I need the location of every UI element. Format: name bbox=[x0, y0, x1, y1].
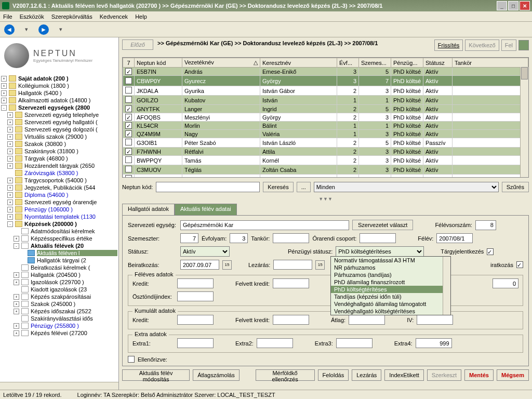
dropdown-option[interactable]: PhD államilag finanszírozott bbox=[331, 278, 450, 286]
dropdown-option[interactable]: NR párhuzamos bbox=[331, 264, 450, 271]
status-select[interactable]: Aktív bbox=[180, 246, 230, 257]
tree-item[interactable]: +Képzés időszakai (2522 bbox=[0, 308, 118, 315]
btn-5[interactable]: IndexEtikett bbox=[384, 369, 423, 381]
osztondij-field[interactable] bbox=[177, 291, 214, 301]
tree-item[interactable]: Hallgatók tárgyai (2 bbox=[0, 257, 118, 264]
tree-item[interactable]: +Kollégiumok (1800 ) bbox=[0, 82, 118, 89]
table-row[interactable]: ✓CBWP0YGyureczGyörgy37PhD költséAktív bbox=[123, 76, 528, 86]
btn-2[interactable]: Mérföldkő ellenőrzés bbox=[256, 369, 315, 381]
org-field[interactable] bbox=[180, 220, 349, 230]
grid-vscroll[interactable] bbox=[520, 67, 528, 177]
tree-item[interactable]: Szakirányválasztási idős bbox=[0, 315, 118, 322]
forward-dropdown-icon[interactable]: ▾ bbox=[59, 26, 62, 33]
felev-field[interactable] bbox=[436, 233, 473, 243]
dropdown-option[interactable]: Normatív támogatással A3 HTM bbox=[331, 257, 450, 264]
extra4-field[interactable] bbox=[416, 338, 452, 348]
tree-item[interactable]: +Szakok (245000 ) bbox=[0, 300, 118, 308]
tree-item[interactable]: +Alkalmazotti adatok (14800 ) bbox=[0, 97, 118, 104]
next-button[interactable]: Következő bbox=[465, 39, 499, 51]
tree-item[interactable]: +Képzés félévei (27200 bbox=[0, 329, 118, 337]
tree-item[interactable]: +Szervezeti egység telephelye bbox=[0, 111, 118, 118]
ellen-checkbox[interactable] bbox=[128, 356, 135, 363]
maximize-button[interactable]: □ bbox=[508, 1, 518, 10]
minimize-button[interactable]: _ bbox=[497, 1, 507, 10]
tree-item[interactable]: +Pénzügy (106000 ) bbox=[0, 206, 118, 213]
refresh-icon[interactable] bbox=[518, 40, 529, 50]
tree-item[interactable]: +Szervezeti egység dolgozói ( bbox=[0, 126, 118, 133]
tree-item[interactable]: +Tárgycsoportok (54000 ) bbox=[0, 177, 118, 184]
filter-all-select[interactable]: Minden bbox=[314, 182, 499, 192]
tree-item[interactable]: +Szervezeti egység hallgatói ( bbox=[0, 118, 118, 126]
up-button[interactable]: Fel bbox=[501, 39, 516, 51]
table-row[interactable]: ✓QZ4M9MNagyValéria13PhD költséAktív bbox=[123, 130, 528, 138]
tree-item[interactable]: Aktuális féléven l bbox=[0, 249, 118, 257]
tree-item[interactable]: -Képzések (200000 ) bbox=[0, 220, 118, 228]
extra1-field[interactable] bbox=[177, 338, 214, 348]
table-row[interactable]: ✓E5B7INAndrásEmese-Enikő35PhD költséAktí… bbox=[123, 68, 528, 76]
refresh-button[interactable]: Frissítés bbox=[434, 39, 463, 51]
btn-0[interactable]: Aktuális félév módosítás bbox=[122, 369, 190, 381]
back-dropdown-icon[interactable]: ▾ bbox=[25, 26, 28, 33]
felvett-field[interactable] bbox=[273, 278, 309, 288]
iratk-checkbox[interactable]: ✓ bbox=[516, 261, 523, 268]
orarend-field[interactable] bbox=[360, 233, 396, 243]
fin-status-select[interactable]: PhD költségtérítéses bbox=[336, 246, 424, 257]
tree-item[interactable]: +Hallgatók (204500 ) bbox=[0, 271, 118, 278]
tree-item[interactable]: +Szervezeti egység órarendje bbox=[0, 198, 118, 206]
year-field[interactable] bbox=[230, 233, 248, 243]
kumul-felvett-field[interactable] bbox=[273, 315, 309, 325]
tree-item[interactable]: +Képzésspecifikus értéke bbox=[0, 235, 118, 242]
search-input[interactable] bbox=[156, 182, 260, 192]
tree-item[interactable]: +Hallgatók (5400 ) bbox=[0, 89, 118, 97]
table-row[interactable]: ✓KL54CRMorlinBálint11PhD költséAktív bbox=[123, 122, 528, 130]
tree-item[interactable]: +Tárgyak (46800 ) bbox=[0, 155, 118, 162]
tree-item[interactable]: +Szakirányok (31800 ) bbox=[0, 148, 118, 155]
tree-item[interactable]: +Diploma (54600 ) bbox=[0, 191, 118, 198]
btn-7[interactable]: Mentés bbox=[464, 369, 494, 381]
table-row[interactable]: GOILZOKubatovIstván11PhD költséAktív bbox=[123, 96, 528, 105]
dropdown-option[interactable]: PhD költségtérítéses bbox=[331, 286, 450, 293]
tree-item[interactable]: +Saját adatok (200 ) bbox=[0, 75, 118, 82]
tree-item[interactable]: -Aktuális félévek (20 bbox=[0, 242, 118, 249]
menu-file[interactable]: File bbox=[3, 14, 12, 20]
fin-status-dropdown[interactable]: Normatív támogatással A3 HTMNR párhuzamo… bbox=[330, 256, 451, 315]
btn-8[interactable]: Mégsem bbox=[497, 369, 529, 381]
kredit-field[interactable] bbox=[177, 278, 214, 288]
tree-item[interactable]: Kiadott igazolások (23 bbox=[0, 286, 118, 293]
btn-1[interactable]: Átlagszámolás bbox=[193, 369, 240, 381]
kumul-atlag-field[interactable] bbox=[349, 315, 385, 325]
sidebar-hscroll[interactable] bbox=[0, 382, 118, 390]
menu-kedvencek[interactable]: Kedvencek bbox=[100, 14, 128, 20]
filter-button[interactable]: Szűrés bbox=[502, 182, 529, 192]
menu-eszközök[interactable]: Eszközök bbox=[20, 14, 44, 20]
table-row[interactable]: JKDALAGyurikaIstván Gábor23PhD költséAkt… bbox=[123, 86, 528, 96]
beir-date-icon[interactable]: 15 bbox=[222, 260, 232, 270]
tree-item[interactable]: Záróvizsgák (53800 ) bbox=[0, 169, 118, 177]
nav-tree[interactable]: +Saját adatok (200 )+Kollégiumok (1800 )… bbox=[0, 74, 118, 382]
table-row[interactable]: ✓F7HWNHRétfalviAttila23PhD költséAktív bbox=[123, 148, 528, 156]
tree-item[interactable]: +Hozzárendelt tárgyak (2650 bbox=[0, 162, 118, 169]
choose-org-button[interactable]: Szervezetet választ bbox=[352, 220, 413, 230]
tree-item[interactable]: +Pénzügy (255800 ) bbox=[0, 322, 118, 329]
table-row[interactable]: BWPPQYTamásKornél23PhD költséAktív bbox=[123, 156, 528, 165]
search-button[interactable]: Keresés bbox=[263, 182, 293, 192]
lezar-date-icon[interactable]: 15 bbox=[315, 260, 325, 270]
prev-button[interactable]: Előző bbox=[122, 39, 153, 50]
semester-field[interactable] bbox=[180, 233, 198, 243]
dropdown-option[interactable]: Vendéghallgató államilag támogatott bbox=[331, 300, 450, 308]
forward-button[interactable]: ► bbox=[38, 24, 49, 35]
tankor-field[interactable] bbox=[273, 233, 309, 243]
beir-field[interactable] bbox=[180, 260, 219, 270]
btn-6[interactable]: Szerkeszt bbox=[427, 369, 461, 381]
extra2-field[interactable] bbox=[257, 338, 293, 348]
lezar-field[interactable] bbox=[273, 260, 312, 270]
tree-item[interactable]: +Szakok (30800 ) bbox=[0, 140, 118, 148]
back-button[interactable]: ◄ bbox=[4, 24, 15, 35]
atlag-field[interactable] bbox=[493, 278, 518, 288]
table-row[interactable]: FCHG3GTukoraBalázs23PhD költséAktív bbox=[123, 175, 528, 178]
semnum-field[interactable] bbox=[475, 220, 496, 230]
extra3-field[interactable] bbox=[336, 338, 373, 348]
tree-item[interactable]: -Szervezeti egységek (2800 bbox=[0, 104, 118, 111]
table-row[interactable]: ✓AFOQBSMeszlényiGyörgy23PhD költséAktív bbox=[123, 113, 528, 122]
iv-field[interactable] bbox=[417, 315, 453, 325]
